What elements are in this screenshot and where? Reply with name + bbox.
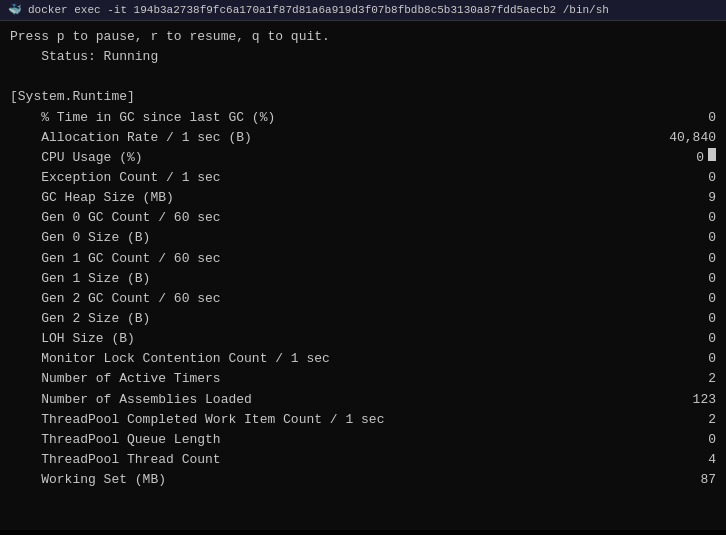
metric-value: 0 (656, 168, 716, 188)
metric-value: 0 (656, 108, 716, 128)
title-bar: 🐳 docker exec -it 194b3a2738f9fc6a170a1f… (0, 0, 726, 21)
metric-value: 0 (656, 208, 716, 228)
metric-value: 2 (656, 369, 716, 389)
metric-label: Gen 1 GC Count / 60 sec (10, 249, 656, 269)
metric-value: 9 (656, 188, 716, 208)
metric-label: % Time in GC since last GC (%) (10, 108, 656, 128)
metric-label: Working Set (MB) (10, 470, 656, 490)
metric-label: Gen 0 GC Count / 60 sec (10, 208, 656, 228)
metric-row: Gen 1 Size (B)0 (10, 269, 716, 289)
metric-label: Monitor Lock Contention Count / 1 sec (10, 349, 656, 369)
metric-value: 40,840 (656, 128, 716, 148)
metric-label: ThreadPool Queue Length (10, 430, 656, 450)
metric-label: Gen 2 Size (B) (10, 309, 656, 329)
metric-row: Allocation Rate / 1 sec (B)40,840 (10, 128, 716, 148)
metric-value: 0 (644, 148, 704, 168)
metric-label: LOH Size (B) (10, 329, 656, 349)
metric-row: Number of Active Timers2 (10, 369, 716, 389)
header-line-2: Status: Running (10, 47, 716, 67)
metric-label: Number of Active Timers (10, 369, 656, 389)
metric-value: 0 (656, 430, 716, 450)
terminal: Press p to pause, r to resume, q to quit… (0, 21, 726, 530)
metric-row: LOH Size (B)0 (10, 329, 716, 349)
metric-row: Exception Count / 1 sec0 (10, 168, 716, 188)
header-line-1: Press p to pause, r to resume, q to quit… (10, 27, 716, 47)
title-text: docker exec -it 194b3a2738f9fc6a170a1f87… (28, 4, 609, 16)
metric-row: Gen 2 GC Count / 60 sec0 (10, 289, 716, 309)
metric-value: 4 (656, 450, 716, 470)
metric-row: Number of Assemblies Loaded123 (10, 390, 716, 410)
metric-label: Allocation Rate / 1 sec (B) (10, 128, 656, 148)
metric-label: Exception Count / 1 sec (10, 168, 656, 188)
metric-row: % Time in GC since last GC (%)0 (10, 108, 716, 128)
metric-value: 0 (656, 289, 716, 309)
metric-label: Gen 0 Size (B) (10, 228, 656, 248)
metric-row: Working Set (MB)87 (10, 470, 716, 490)
metric-row: ThreadPool Completed Work Item Count / 1… (10, 410, 716, 430)
docker-icon: 🐳 (8, 3, 22, 17)
metric-label: Gen 2 GC Count / 60 sec (10, 289, 656, 309)
metric-value: 0 (656, 349, 716, 369)
metric-label: GC Heap Size (MB) (10, 188, 656, 208)
metric-row: CPU Usage (%)0 (10, 148, 716, 168)
metric-row: Monitor Lock Contention Count / 1 sec0 (10, 349, 716, 369)
metric-row: ThreadPool Queue Length0 (10, 430, 716, 450)
metric-value: 123 (656, 390, 716, 410)
metric-row: Gen 0 Size (B)0 (10, 228, 716, 248)
metric-row: Gen 1 GC Count / 60 sec0 (10, 249, 716, 269)
metric-row: ThreadPool Thread Count4 (10, 450, 716, 470)
metrics-list: % Time in GC since last GC (%)0 Allocati… (10, 108, 716, 491)
metric-row: Gen 0 GC Count / 60 sec0 (10, 208, 716, 228)
metric-label: ThreadPool Thread Count (10, 450, 656, 470)
metric-label: Number of Assemblies Loaded (10, 390, 656, 410)
metric-value: 2 (656, 410, 716, 430)
metric-value: 87 (656, 470, 716, 490)
metric-row: Gen 2 Size (B)0 (10, 309, 716, 329)
metric-value: 0 (656, 329, 716, 349)
metric-value: 0 (656, 269, 716, 289)
metric-label: ThreadPool Completed Work Item Count / 1… (10, 410, 656, 430)
metric-label: Gen 1 Size (B) (10, 269, 656, 289)
section-header: [System.Runtime] (10, 87, 716, 107)
metric-value: 0 (656, 309, 716, 329)
metric-row: GC Heap Size (MB)9 (10, 188, 716, 208)
metric-label: CPU Usage (%) (10, 148, 644, 168)
blank-line (10, 67, 716, 87)
terminal-cursor (708, 148, 716, 161)
metric-value: 0 (656, 249, 716, 269)
metric-value: 0 (656, 228, 716, 248)
